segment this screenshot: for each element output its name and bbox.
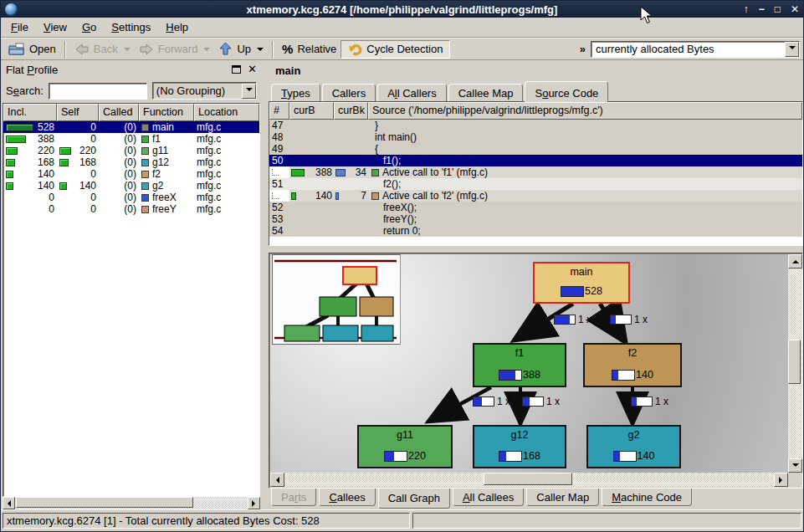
column-header-curBk[interactable]: curBk xyxy=(334,102,368,120)
graph-overview-map[interactable] xyxy=(272,254,401,345)
column-header-location[interactable]: Location xyxy=(194,104,259,121)
horizontal-splitter[interactable] xyxy=(269,246,803,253)
graph-edge-f1-g11[interactable]: 1 x xyxy=(473,396,510,407)
location-cell: mfg.c xyxy=(194,192,223,203)
graph-vscrollbar[interactable] xyxy=(788,254,802,473)
source-text: f2(); xyxy=(368,178,802,190)
open-button[interactable]: Open xyxy=(4,41,60,58)
source-line-47[interactable]: 47} xyxy=(269,120,802,131)
scroll-right-button[interactable] xyxy=(774,473,788,487)
source-line-53[interactable]: 53freeY(); xyxy=(269,213,802,225)
table-row-freeX[interactable]: 00(0)freeXmfg.c xyxy=(3,192,259,203)
dock-float-button[interactable] xyxy=(232,65,241,74)
titlebar[interactable]: xtmemory.kcg.6274 [/home/philippe/valgri… xyxy=(1,1,803,18)
tab-callers[interactable]: Callers xyxy=(322,84,376,101)
shade-button[interactable]: ↑ xyxy=(744,1,749,18)
graph-node-g11[interactable]: g11220 xyxy=(357,425,453,468)
column-header-line[interactable]: # xyxy=(269,102,289,120)
event-combo-arrow-button[interactable] xyxy=(785,42,799,57)
graph-edge-f1-g12[interactable]: 1 x xyxy=(522,396,560,407)
table-row-main[interactable]: 5280(0)mainmfg.c xyxy=(3,121,259,133)
grouping-combobox[interactable]: (No Grouping) xyxy=(152,82,257,100)
relative-button[interactable]: % Relative xyxy=(278,40,341,58)
menu-view[interactable]: View xyxy=(36,19,74,35)
source-line-51[interactable]: 51f2(); xyxy=(269,178,802,190)
up-button[interactable]: Up xyxy=(214,40,268,58)
up-dropdown-icon[interactable] xyxy=(257,48,264,54)
event-type-combobox[interactable]: currently allocated Bytes xyxy=(591,41,800,58)
scroll-up-button[interactable] xyxy=(788,254,802,269)
dock-header[interactable]: Flat Profile ✕ xyxy=(1,60,262,79)
tab-all-callers[interactable]: All Callers xyxy=(377,84,447,101)
column-header-self[interactable]: Self xyxy=(57,104,99,121)
source-line-50[interactable]: 50f1(); xyxy=(269,155,802,166)
location-cell: mfg.c xyxy=(194,180,223,192)
source-call-row[interactable]: 38834Active call to 'f1' (mfg.c) xyxy=(269,166,802,178)
call-graph-canvas[interactable]: main528f1388f2140g11220g12168g21401 x1 x… xyxy=(270,254,788,473)
tab-callees[interactable]: Callees xyxy=(319,489,375,506)
graph-hscrollbar[interactable] xyxy=(270,473,788,487)
graph-node-main[interactable]: main528 xyxy=(533,262,630,304)
table-row-g2[interactable]: 140140(0)g2mfg.c xyxy=(3,180,259,192)
vertical-splitter[interactable] xyxy=(262,60,269,509)
source-call-row[interactable]: 1407Active call to 'f2' (mfg.c) xyxy=(269,190,802,202)
flat-profile-hscrollbar[interactable] xyxy=(3,497,260,509)
back-dropdown-icon[interactable] xyxy=(124,48,131,54)
scroll-left-button[interactable] xyxy=(270,473,284,487)
source-line-52[interactable]: 52freeX(); xyxy=(269,202,802,213)
table-row-f2[interactable]: 1400(0)f2mfg.c xyxy=(3,168,259,180)
source-line-49[interactable]: 49{ xyxy=(269,143,802,155)
graph-node-g2[interactable]: g2140 xyxy=(586,425,681,468)
source-line-54[interactable]: 54return 0; xyxy=(269,225,802,237)
scrollbar-thumb[interactable] xyxy=(16,497,193,508)
scroll-left-button[interactable] xyxy=(3,497,15,509)
called-cell: (0) xyxy=(99,192,139,203)
tab-all-callees[interactable]: All Callees xyxy=(453,489,524,506)
scrollbar-thumb[interactable] xyxy=(788,340,801,384)
menu-settings[interactable]: Settings xyxy=(104,19,158,35)
menu-file[interactable]: File xyxy=(3,19,36,35)
column-header-curB[interactable]: curB xyxy=(289,102,334,120)
column-header-source[interactable]: Source ('/home/philippe/valgrind/littlep… xyxy=(368,102,802,120)
forward-button[interactable]: Forward xyxy=(135,41,215,58)
tab-call-graph[interactable]: Call Graph xyxy=(378,488,450,509)
column-header-function[interactable]: Function xyxy=(139,104,194,121)
graph-node-g12[interactable]: g12168 xyxy=(473,425,566,468)
column-header-called[interactable]: Called xyxy=(99,104,139,121)
table-row-g11[interactable]: 220220(0)g11mfg.c xyxy=(3,145,259,156)
tab-callee-map[interactable]: Callee Map xyxy=(448,84,524,101)
cycle-detection-button[interactable]: Cycle Detection xyxy=(341,40,450,59)
graph-node-f1[interactable]: f1388 xyxy=(473,343,566,387)
tab-machine-code[interactable]: Machine Code xyxy=(602,489,692,506)
grouping-arrow-button[interactable] xyxy=(242,84,256,99)
minimize-button[interactable]: − xyxy=(759,1,765,18)
menu-go[interactable]: Go xyxy=(74,19,104,35)
menu-help[interactable]: Help xyxy=(158,19,196,35)
table-row-f1[interactable]: 3880(0)f1mfg.c xyxy=(3,133,259,145)
column-header-incl[interactable]: Incl. xyxy=(3,104,57,121)
maximize-button[interactable]: □ xyxy=(775,1,781,18)
graph-node-f2[interactable]: f2140 xyxy=(583,343,682,387)
scroll-down-button[interactable] xyxy=(788,458,802,473)
table-row-g12[interactable]: 168168(0)g12mfg.c xyxy=(3,156,259,168)
cost-bar xyxy=(59,182,67,190)
search-input[interactable] xyxy=(49,83,147,100)
tab-source-code[interactable]: Source Code xyxy=(525,81,608,102)
dock-close-button[interactable]: ✕ xyxy=(248,65,257,74)
cycle-detection-label: Cycle Detection xyxy=(366,43,443,55)
graph-edge-f2-g2[interactable]: 1 x xyxy=(631,396,668,407)
function-cell: g12 xyxy=(139,156,194,168)
tab-types[interactable]: Types xyxy=(271,84,320,101)
scroll-right-button[interactable] xyxy=(248,497,260,509)
close-button[interactable]: ✕ xyxy=(791,1,799,18)
forward-dropdown-icon[interactable] xyxy=(203,48,210,54)
scrollbar-thumb[interactable] xyxy=(484,473,572,485)
back-button[interactable]: Back xyxy=(70,41,135,58)
graph-edge-main-f1[interactable]: 1 x xyxy=(554,314,591,325)
tab-caller-map[interactable]: Caller Map xyxy=(526,489,599,506)
flat-profile-dock: Flat Profile ✕ Search: (No Grouping) Inc… xyxy=(1,60,262,509)
graph-edge-main-f2[interactable]: 1 x xyxy=(610,314,648,325)
source-line-48[interactable]: 48int main() xyxy=(269,131,802,143)
toolbar-overflow-button[interactable]: » xyxy=(575,43,591,55)
table-row-freeY[interactable]: 00(0)freeYmfg.c xyxy=(3,203,259,215)
